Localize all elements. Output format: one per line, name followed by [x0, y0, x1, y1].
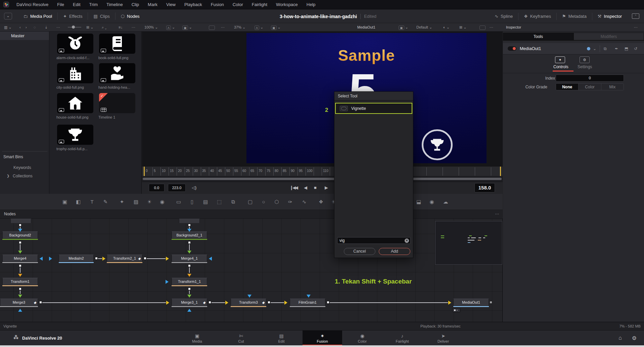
relink-icon[interactable]: ◌ [34, 23, 36, 31]
menu-davinci-resolve[interactable]: DaVinci Resolve [12, 0, 53, 9]
menu-workspace[interactable]: Workspace [272, 0, 302, 9]
tab-modifiers[interactable]: Modifiers [573, 33, 644, 40]
menu-clip[interactable]: Clip [127, 0, 143, 9]
window2-tool-icon[interactable]: ▯ [188, 198, 196, 206]
cancel-button[interactable]: Cancel [344, 248, 375, 255]
timecode-current[interactable]: 158.0 [474, 183, 495, 192]
media-item-city[interactable] [57, 63, 93, 83]
mask-view-icon[interactable]: ⬓ [415, 198, 423, 206]
menu-mark[interactable]: Mark [143, 0, 162, 9]
color-grade-none[interactable]: None [556, 84, 579, 90]
step-back-button[interactable]: ◀ [304, 185, 307, 190]
toolbar-button-spline[interactable]: ∿Spline [489, 9, 518, 23]
bin-options-icon[interactable]: ⋯ [56, 23, 60, 31]
menu-playback[interactable]: Playback [180, 0, 206, 9]
pattern-tool-icon[interactable]: ▨ [132, 198, 140, 206]
node-minimap[interactable] [435, 221, 502, 265]
back-icon[interactable]: ‹ [19, 23, 21, 31]
nodes-more-icon[interactable]: ⋯ [495, 212, 499, 216]
toolbar-button-inspector[interactable]: ⚒Inspector [592, 9, 627, 23]
text-tool-icon[interactable]: T [88, 198, 96, 206]
node-graph[interactable] [0, 219, 503, 322]
page-tab-color[interactable]: ◉Color [346, 331, 378, 346]
viewer-display-left-icon[interactable]: ▣ ⌄ [182, 23, 192, 31]
wave-tool-icon[interactable]: ∿ [300, 198, 308, 206]
binlist-toggle-icon[interactable]: ▥ ⌄ [4, 23, 12, 31]
viewer-ab-right-icon[interactable]: A ⌄ [255, 23, 263, 31]
sort-icon[interactable]: ≡↓ [119, 23, 123, 31]
clear-search-icon[interactable]: ✕ [405, 238, 409, 243]
reset-icon[interactable]: ↺ [634, 46, 637, 51]
rectangle-mask-icon[interactable]: ▢ [246, 198, 254, 206]
import-media-icon[interactable]: ⇣ [45, 23, 48, 31]
media-item-house[interactable] [57, 93, 93, 113]
page-tab-fusion[interactable]: ✶Fusion [303, 331, 342, 346]
viewer-right-more-icon[interactable]: ⋯ [490, 23, 493, 31]
timecode-start[interactable]: 0.0 [149, 184, 165, 192]
index-input[interactable]: 0 [556, 75, 624, 82]
viewer-blank-right-icon[interactable] [479, 23, 486, 31]
toolbar-button-clips[interactable]: ▤Clips [88, 9, 115, 23]
menu-timeline[interactable]: Timeline [102, 0, 127, 9]
page-tab-deliver[interactable]: ➤Deliver [427, 331, 459, 346]
color-grade-color[interactable]: Color [579, 84, 601, 90]
image-tool-icon[interactable]: ▣ [61, 198, 69, 206]
quick-export-chevron[interactable]: ⌄ [4, 13, 12, 19]
viewer-blank-left-icon[interactable] [209, 23, 215, 31]
inspector-more-icon[interactable]: ⋯ [634, 23, 638, 31]
menu-file[interactable]: File [53, 0, 68, 9]
menu-edit[interactable]: Edit [68, 0, 85, 9]
trophy-circle-button[interactable] [422, 129, 453, 160]
node-color-chevron-icon[interactable]: ⌄ [593, 46, 596, 51]
viewer-zoom-left[interactable]: 100% ⌄ [144, 23, 158, 31]
stop-button[interactable]: ■ [314, 185, 317, 190]
viewer-ab-left-icon[interactable]: A ⌄ [166, 23, 175, 31]
viewer-source-icon[interactable]: ▣ ⌄ [399, 23, 408, 31]
pin-icon[interactable]: ✒ [615, 46, 618, 51]
polygon-mask-icon[interactable]: ⬡ [273, 198, 281, 206]
eye-icon[interactable]: ◉ [428, 198, 436, 206]
media-item-timeline[interactable]: ✓ [99, 93, 135, 113]
lut-icon[interactable]: ◐ ⌄ [443, 23, 450, 31]
media-item-hand-heart[interactable] [99, 63, 135, 83]
blur-tool-icon[interactable]: ◉ [158, 198, 166, 206]
subtab-controls[interactable]: Controls [553, 64, 568, 69]
project-home-icon[interactable]: ⌂ [618, 335, 622, 341]
inspector-node-row[interactable]: MediaOut1 ⌄ ⧉ ✒ ⬒ ↺ [503, 43, 644, 54]
forward-icon[interactable]: › [26, 23, 27, 31]
page-tab-edit[interactable]: ▤Edit [265, 331, 297, 346]
toolbar-button-effects[interactable]: ✦Effects [58, 9, 88, 23]
flourish-tool-icon[interactable]: ❖ [317, 198, 325, 206]
settings-gear-icon[interactable]: ⚙ [632, 335, 637, 341]
tab-tools[interactable]: Tools [503, 33, 573, 40]
blend-tool-icon[interactable]: ◧ [74, 198, 82, 206]
tool-search-input[interactable]: vig ✕ [337, 237, 411, 244]
panel-layout-icon[interactable]: ⌃ [632, 13, 639, 19]
ellipse-mask-icon[interactable]: ○ [260, 198, 268, 206]
grid-view-icon[interactable]: ⊞ ⌄ [86, 23, 94, 31]
grid-overlay-icon[interactable]: ⊞ ⌄ [459, 23, 467, 31]
media-item-book[interactable] [99, 34, 135, 54]
toolbar-button-nodes[interactable]: ⬡Nodes [116, 9, 145, 23]
stack-tool-icon[interactable]: ▤ [201, 198, 210, 206]
media-item-alarm-clock[interactable] [57, 34, 93, 54]
play-button[interactable]: ▶ [325, 185, 328, 190]
timeline-ruler[interactable]: 0510152025303540455055606570758085909510… [142, 166, 503, 176]
app-logo-icon[interactable] [3, 2, 9, 7]
go-to-start-button[interactable]: ❙◀◀ [290, 185, 297, 190]
bin-master[interactable]: Master [0, 32, 49, 40]
toolbar-button-media-pool[interactable]: 🗀Media Pool [18, 9, 57, 23]
media-item-trophy[interactable] [57, 125, 93, 145]
menu-fairlight[interactable]: Fairlight [247, 0, 272, 9]
paint-tool-icon[interactable]: ✎ [101, 198, 109, 206]
copy-settings-icon[interactable]: ⧉ [604, 46, 607, 51]
page-tab-fairlight[interactable]: ♪Fairlight [386, 331, 418, 346]
add-button[interactable]: Add [379, 248, 410, 255]
mediapool-more-icon[interactable]: ⋯ [132, 23, 135, 31]
viewer-display-right-icon[interactable]: ▣ ⌄ [271, 23, 281, 31]
node-enable-toggle[interactable] [508, 46, 516, 51]
menu-help[interactable]: Help [302, 0, 320, 9]
toolbar-button-keyframes[interactable]: ❖Keyframes [518, 9, 556, 23]
menu-fusion[interactable]: Fusion [206, 0, 228, 9]
viewer-zoom-right[interactable]: 37% ⌄ [234, 23, 245, 31]
